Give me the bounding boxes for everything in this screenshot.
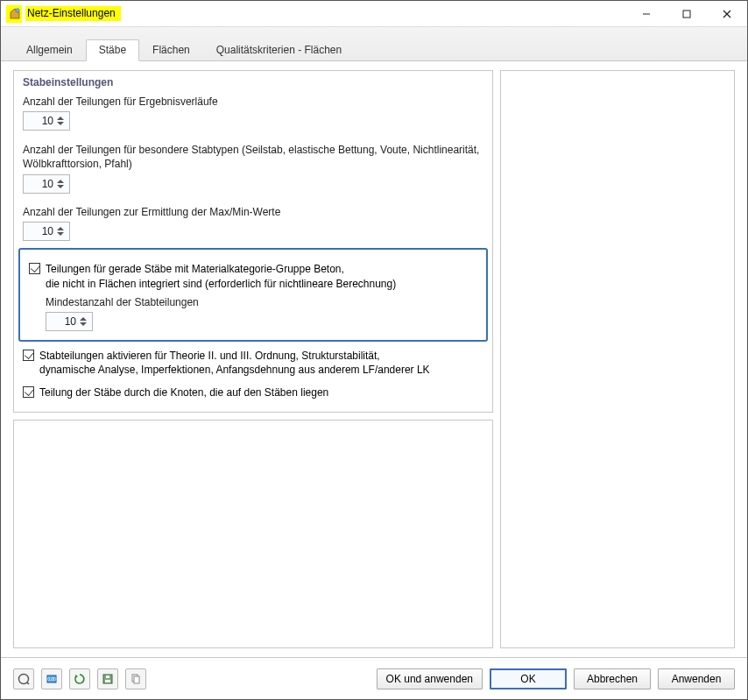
copy-button[interactable] — [125, 668, 146, 689]
spinner-mindestanzahl[interactable]: 10 — [46, 312, 93, 331]
ok-button[interactable]: OK — [490, 668, 567, 689]
checkbox-label: Teilungen für gerade Stäbe mit Materialk… — [46, 262, 396, 290]
label-teilungen-stabtypen: Anzahl der Teilungen für besondere Stabt… — [23, 143, 483, 171]
tab-qualitaetskriterien[interactable]: Qualitätskriterien - Flächen — [203, 39, 355, 61]
svg-rect-3 — [683, 11, 690, 18]
highlight-beton-teilungen: Teilungen für gerade Stäbe mit Materialk… — [18, 248, 488, 341]
window-title: Netz-Einstellungen — [25, 6, 121, 21]
window-controls — [626, 1, 747, 27]
svg-marker-10 — [75, 675, 78, 678]
tab-flaechen[interactable]: Flächen — [139, 39, 203, 61]
spinner-teilungen-maxmin[interactable]: 10 — [23, 222, 70, 241]
spinner-arrows[interactable] — [80, 315, 88, 329]
checkbox-label: Teilung der Stäbe durch die Knoten, die … — [39, 385, 328, 399]
checkbox-theorie-ordnung[interactable]: Stabteilungen aktivieren für Theorie II.… — [23, 349, 483, 377]
svg-rect-12 — [105, 680, 110, 682]
left-column: Stabeinstellungen Anzahl der Teilungen f… — [13, 70, 493, 648]
tab-staebe[interactable]: Stäbe — [86, 39, 139, 61]
label-teilungen-maxmin: Anzahl der Teilungen zur Ermittlung der … — [23, 206, 483, 218]
checkbox-icon[interactable] — [23, 386, 34, 398]
apply-button[interactable]: Anwenden — [658, 668, 735, 689]
dialog-window: Netz-Einstellungen Allgemein Stäbe Fläch… — [0, 0, 748, 700]
checkbox-label-line2: dynamische Analyse, Imperfektionen, Anfa… — [39, 364, 430, 376]
checkbox-beton-teilungen[interactable]: Teilungen für gerade Stäbe mit Materialk… — [29, 262, 477, 290]
footer-buttons: OK und anwenden OK Abbrechen Anwenden — [377, 668, 735, 689]
spinner-arrows[interactable] — [57, 114, 66, 128]
label-teilungen-ergebnis: Anzahl der Teilungen für Ergebnisverläuf… — [23, 95, 483, 108]
right-preview-panel — [500, 70, 735, 648]
tabs-bar: Allgemein Stäbe Flächen Qualitätskriteri… — [1, 27, 747, 61]
svg-rect-13 — [106, 675, 109, 678]
checkbox-teilung-knoten[interactable]: Teilung der Stäbe durch die Knoten, die … — [23, 385, 483, 399]
maximize-button[interactable] — [667, 1, 707, 27]
dialog-footer: 0,00 OK und anwenden OK Abbrechen Anwend… — [1, 657, 747, 699]
group-stabeinstellungen: Stabeinstellungen Anzahl der Teilungen f… — [13, 70, 493, 413]
group-title: Stabeinstellungen — [23, 76, 483, 88]
tab-allgemein[interactable]: Allgemein — [13, 39, 86, 61]
cancel-button[interactable]: Abbrechen — [574, 668, 651, 689]
close-button[interactable] — [707, 1, 747, 27]
app-icon — [6, 5, 22, 23]
dialog-body: Stabeinstellungen Anzahl der Teilungen f… — [1, 61, 747, 657]
svg-line-7 — [27, 682, 30, 684]
lower-blank-panel — [13, 420, 493, 648]
spinner-arrows[interactable] — [57, 224, 66, 238]
checkbox-icon[interactable] — [29, 263, 40, 274]
checkbox-label-line2: die nicht in Flächen integriert sind (er… — [46, 278, 396, 290]
footer-toolbar: 0,00 — [13, 668, 146, 689]
spinner-teilungen-stabtypen[interactable]: 10 — [23, 174, 70, 194]
reset-button[interactable] — [69, 668, 90, 689]
checkbox-label: Stabteilungen aktivieren für Theorie II.… — [39, 349, 430, 377]
spinner-arrows[interactable] — [57, 177, 66, 191]
spinner-teilungen-ergebnis[interactable]: 10 — [23, 111, 70, 131]
checkbox-icon[interactable] — [23, 350, 34, 361]
minimize-button[interactable] — [626, 1, 667, 27]
ok-and-apply-button[interactable]: OK und anwenden — [377, 668, 483, 689]
titlebar: Netz-Einstellungen — [1, 1, 747, 27]
titlebar-left: Netz-Einstellungen — [1, 5, 121, 23]
label-mindestanzahl: Mindestanzahl der Stabteilungen — [46, 296, 477, 308]
sub-mindestanzahl: Mindestanzahl der Stabteilungen 10 — [46, 296, 477, 331]
save-defaults-button[interactable] — [97, 668, 118, 689]
svg-rect-15 — [134, 676, 139, 683]
units-button[interactable]: 0,00 — [41, 668, 62, 689]
svg-point-1 — [16, 8, 19, 11]
checkbox-label-line1: Teilungen für gerade Stäbe mit Materialk… — [46, 263, 344, 275]
help-button[interactable] — [13, 668, 34, 689]
checkbox-label-line1: Stabteilungen aktivieren für Theorie II.… — [39, 350, 380, 362]
svg-text:0,00: 0,00 — [47, 676, 56, 682]
